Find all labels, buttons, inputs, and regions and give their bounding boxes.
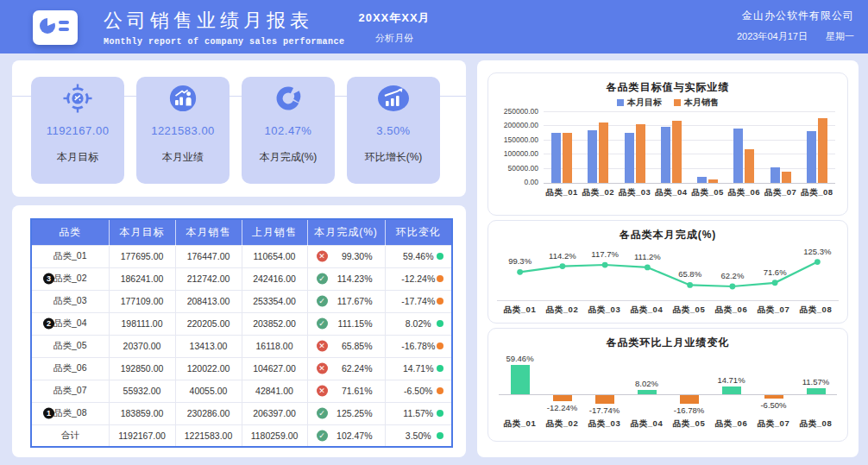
period-label: 分析月份 [338, 32, 450, 45]
completion-cell: ✕62.24% [307, 357, 385, 380]
chart2-axis-line [497, 300, 839, 301]
chart3-columns: 59.46%品类_01-12.24%品类_02-17.74%品类_038.02%… [499, 349, 837, 432]
mom-bar-column: 59.46%品类_01 [499, 349, 541, 432]
kpi-cards: 1192167.00本月目标1221583.00本月业绩102.47%本月完成(… [31, 77, 440, 184]
period-value: 20XX年XX月 [338, 10, 450, 26]
x-axis-label: 品类_06 [726, 187, 762, 198]
data-point-marker [559, 263, 565, 269]
mom-value: 59.46% [403, 251, 434, 261]
y-axis-tick-label: 250000.00 [504, 107, 538, 116]
mom-bar-column: 8.02%品类_04 [626, 349, 668, 432]
table-row: 2品类_04198111.00220205.00203852.00✓111.15… [31, 312, 452, 335]
data-point-label: 125.3% [803, 247, 832, 256]
x-axis-label: 品类_01 [499, 418, 541, 430]
target-cell: 192850.00 [109, 357, 175, 380]
mom-change-cell: 8.02% [385, 312, 452, 335]
x-axis-label: 品类_01 [499, 305, 541, 316]
mom-value: 14.71% [403, 363, 434, 374]
mom-change-cell: 59.46% [385, 245, 452, 267]
dot-up-icon [437, 410, 443, 417]
x-axis-label: 品类_08 [795, 305, 837, 316]
x-circle-icon: ✕ [317, 386, 328, 397]
bar-本月销售 [563, 133, 572, 183]
positive-bar [638, 390, 657, 394]
category-name: 品类_04 [53, 317, 87, 328]
data-point-label: 71.6% [764, 267, 787, 277]
kpi-panel: 1192167.00本月目标1221583.00本月业绩102.47%本月完成(… [12, 60, 466, 197]
bar-value-label: 11.57% [802, 377, 830, 386]
x-axis-label: 品类_05 [668, 305, 710, 316]
y-axis-tick-label: 200000.00 [504, 121, 538, 129]
mom-value: 11.57% [403, 408, 433, 418]
column-header: 品类 [31, 219, 109, 245]
analysis-period: 20XX年XX月 分析月份 [338, 10, 450, 45]
target-cell: 1192167.00 [109, 424, 175, 447]
table-row: 品类_0755932.0040055.0042841.00✕71.61%-6.5… [31, 380, 452, 402]
kpi-label: 本月目标 [31, 150, 124, 165]
bar-group [689, 113, 726, 183]
kpi-card-3: 102.47%本月完成(%) [242, 77, 335, 184]
x-axis-label: 品类_08 [799, 187, 835, 198]
kpi-card-1: 1192167.00本月目标 [31, 77, 124, 184]
check-circle-icon: ✓ [317, 408, 328, 419]
negative-bar [595, 395, 614, 404]
dot-up-icon [437, 365, 443, 372]
last-month-cell: 1180259.00 [242, 424, 307, 447]
y-axis-tick-label: 0.00 [524, 178, 538, 186]
category-name: 品类_08 [53, 407, 87, 418]
negative-bar [764, 395, 783, 399]
dot-down-icon [437, 387, 443, 394]
bar-group [544, 113, 580, 183]
kpi-value: 3.50% [347, 124, 440, 137]
dashboard-page: 公司销售业绩月报表 Monthly report of company sale… [0, 0, 868, 465]
sales-cell: 120022.00 [175, 357, 242, 380]
medal-rank-icon: 3 [43, 273, 54, 285]
target-cell: 177109.00 [109, 290, 175, 312]
sales-cell: 40055.00 [175, 380, 242, 402]
report-date: 2023年04月17日 星期一 [721, 30, 854, 43]
last-month-cell: 42841.00 [242, 380, 307, 402]
column-header: 本月销售 [175, 219, 242, 245]
chart2-x-axis: 品类_01品类_02品类_03品类_04品类_05品类_06品类_07品类_08 [499, 305, 837, 316]
legend-item-target: 本月目标 [617, 97, 662, 109]
bar-本月目标 [661, 127, 670, 183]
data-point-label: 62.2% [720, 271, 744, 280]
bar-本月目标 [588, 130, 597, 183]
x-axis-label: 品类_04 [626, 305, 668, 316]
sales-cell: 13413.00 [175, 335, 242, 357]
bar-value-label: 14.71% [717, 375, 745, 385]
kpi-label: 本月业绩 [136, 150, 230, 165]
completion-cell: ✓102.47% [307, 424, 385, 447]
sales-cell: 230286.00 [175, 402, 242, 424]
chart-mom-change: 各品类环比上月业绩变化 59.46%品类_01-12.24%品类_02-17.7… [487, 328, 848, 442]
table-row: 品类_01177695.00176447.00110654.00✕99.30%5… [31, 245, 452, 267]
x-axis-label: 品类_08 [795, 418, 837, 430]
mom-change-cell: 11.57% [385, 402, 452, 424]
bar-本月目标 [771, 167, 780, 183]
target-cell: 198111.00 [109, 312, 175, 335]
table-panel: 品类本月目标本月销售上月销售本月完成(%)环比变化 品类_01177695.00… [12, 205, 466, 457]
sales-cell: 1221583.00 [175, 424, 242, 447]
legend-swatch-blue [617, 99, 624, 106]
page-subtitle: Monthly report of company sales performa… [104, 37, 345, 47]
mom-change-cell: -16.78% [385, 335, 452, 357]
category-cell: 3品类_02 [31, 267, 109, 290]
category-cell: 1品类_08 [31, 402, 109, 424]
bar-groups [544, 113, 835, 183]
last-month-cell: 253354.00 [242, 290, 307, 312]
x-axis-label: 品类_07 [763, 187, 799, 198]
mom-bar-column: -16.78%品类_05 [668, 349, 710, 432]
mom-bar-column: 14.71%品类_06 [710, 349, 752, 432]
weekday-value: 星期一 [826, 31, 854, 41]
target-cell: 183859.00 [109, 402, 175, 424]
sales-cell: 208413.00 [175, 290, 242, 312]
kpi-label: 环比增长(%) [347, 150, 440, 165]
completion-cell: ✕65.85% [307, 335, 385, 357]
date-value: 2023年04月17日 [737, 31, 808, 41]
table-row: 1品类_08183859.00230286.00206397.00✓125.25… [31, 402, 452, 424]
data-point-marker [602, 262, 608, 268]
app-logo [33, 10, 78, 45]
column-header: 上月销售 [242, 219, 307, 245]
pie-report-icon [38, 14, 72, 41]
mom-change-cell: 14.71% [385, 357, 452, 380]
